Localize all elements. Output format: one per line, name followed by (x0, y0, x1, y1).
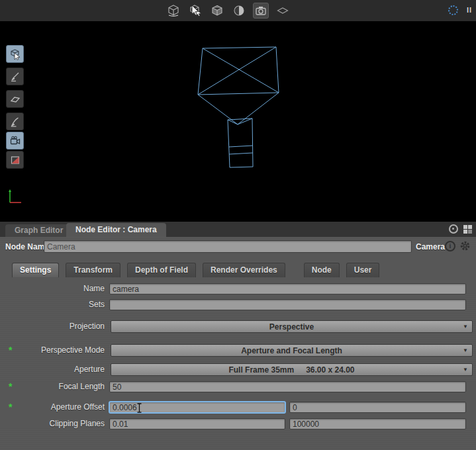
text-cursor-icon (136, 403, 142, 413)
aperture-size: 36.00 x 24.00 (306, 365, 354, 375)
mirror-icon[interactable] (275, 3, 291, 19)
axis-gizmo-icon (5, 188, 24, 206)
clipping-far-input[interactable] (289, 418, 466, 429)
sets-label: Sets (5, 299, 105, 310)
tab-user[interactable]: User (346, 263, 380, 277)
top-toolbar-icons (166, 3, 291, 19)
camera-wireframe (0, 21, 476, 222)
target-dot (452, 228, 454, 230)
chevron-down-icon: ▼ (463, 347, 468, 353)
focal-length-label: Focal Length (5, 381, 105, 392)
aperture-offset-label: Aperture Offset (5, 402, 105, 413)
aperture-preset: Full Frame 35mm (228, 365, 294, 375)
tab-transform[interactable]: Transform (66, 263, 120, 277)
settings-tabs: Settings Transform Depth of Field Render… (12, 263, 386, 277)
layout-grid-icon[interactable] (463, 225, 472, 234)
tab-node-editor[interactable]: Node Editor : Camera (66, 223, 166, 237)
perspective-mode-label: Perspective Mode (5, 345, 105, 356)
rotate-cube-icon[interactable] (166, 3, 181, 19)
chevron-down-icon: ▼ (463, 324, 468, 330)
camera-tool[interactable] (6, 132, 24, 150)
focal-length-input[interactable] (109, 381, 466, 392)
edit-arrow-tool[interactable] (6, 68, 24, 85)
aperture-dropdown[interactable]: Full Frame 35mm 36.00 x 24.00 ▼ (111, 363, 473, 376)
3d-viewport[interactable] (0, 21, 476, 222)
target-icon[interactable] (449, 224, 458, 234)
tab-node[interactable]: Node (304, 263, 340, 277)
tab-depth-of-field[interactable]: Depth of Field (127, 263, 196, 277)
application-window: II (0, 0, 476, 450)
projection-value: Perspective (269, 322, 314, 332)
node-type-label: Camera (416, 242, 445, 251)
clipping-near-input[interactable] (109, 418, 285, 429)
editor-tabbar: Graph Editor Node Editor : Camera (0, 222, 476, 237)
pause-button[interactable]: II (467, 6, 472, 14)
plane-tool[interactable] (6, 90, 24, 108)
activity-spinner-icon (448, 5, 458, 15)
node-name-label: Node Name (5, 242, 49, 251)
perspective-mode-value: Aperture and Focal Length (241, 346, 342, 355)
aperture-label: Aperture (5, 364, 105, 375)
projection-dropdown[interactable]: Perspective ▼ (111, 320, 473, 333)
node-name-input[interactable] (44, 240, 412, 253)
select-box-tool[interactable] (6, 45, 24, 63)
tab-settings[interactable]: Settings (12, 263, 59, 277)
name-input[interactable] (109, 283, 466, 294)
top-toolbar: II (0, 0, 476, 21)
tab-graph-editor[interactable]: Graph Editor (5, 224, 72, 237)
perspective-mode-dropdown[interactable]: Aperture and Focal Length ▼ (111, 344, 473, 357)
draw-tool[interactable] (6, 112, 24, 130)
aperture-offset-y-input[interactable] (289, 402, 466, 413)
sphere-icon[interactable] (231, 3, 247, 19)
projection-label: Projection (5, 321, 105, 332)
sets-input[interactable] (109, 299, 466, 310)
clipping-planes-label: Clipping Planes (5, 418, 105, 429)
gear-icon[interactable] (459, 240, 471, 253)
tabbar-icons (449, 224, 472, 234)
chevron-down-icon: ▼ (463, 367, 468, 373)
name-label: Name (5, 283, 105, 294)
material-tool[interactable] (6, 151, 24, 169)
mouse-cursor (191, 5, 199, 17)
info-icon[interactable]: i (445, 241, 455, 251)
aperture-offset-x-input[interactable] (109, 402, 285, 413)
tab-render-overrides[interactable]: Render Overrides (203, 263, 285, 277)
camera-icon[interactable] (253, 3, 269, 19)
cube-icon[interactable] (209, 3, 225, 19)
